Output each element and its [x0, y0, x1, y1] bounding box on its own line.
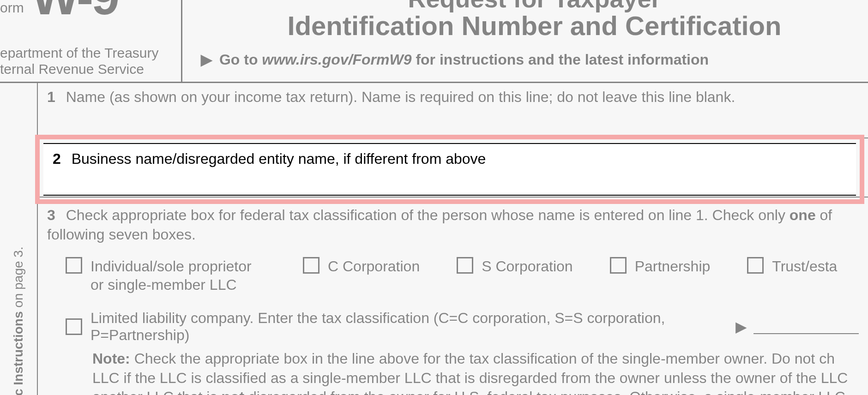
checkbox-llc-label: Limited liability company. Enter the tax… — [90, 310, 734, 344]
checkbox-individual[interactable]: Individual/sole proprietor or single-mem… — [66, 257, 266, 294]
line-3-text-a: Check appropriate box for federal tax cl… — [66, 207, 790, 223]
checkbox-icon[interactable] — [303, 257, 319, 274]
checkbox-trust-label: Trust/esta — [772, 257, 837, 275]
line-3-number: 3 — [47, 207, 55, 223]
department-block: epartment of the Treasury ternal Revenue… — [0, 45, 176, 77]
sidebar-instr-rest: on page 3. — [11, 246, 25, 311]
checkbox-partnership-label: Partnership — [635, 257, 711, 275]
form-body: Print or type. fic Instructions on page … — [0, 83, 868, 395]
line-3-instruction: 3 Check appropriate box for federal tax … — [47, 206, 859, 244]
goto-prefix: Go to — [219, 51, 258, 68]
checkbox-icon[interactable] — [610, 257, 627, 274]
checkbox-c-corp[interactable]: C Corporation — [303, 257, 420, 275]
goto-line: ▶ Go to www.irs.gov/FormW9 for instructi… — [201, 51, 868, 68]
dept-line-1: epartment of the Treasury — [0, 45, 176, 61]
fields-area: 1 Name (as shown on your income tax retu… — [38, 83, 868, 395]
note-label: Note: — [92, 350, 130, 367]
checkbox-s-corp-label: S Corporation — [482, 257, 573, 275]
line-1[interactable]: 1 Name (as shown on your income tax retu… — [38, 83, 868, 138]
checkbox-trust[interactable]: Trust/esta — [747, 257, 837, 275]
w9-form: orm W-9 epartment of the Treasury ternal… — [0, 0, 868, 395]
checkbox-icon[interactable] — [66, 318, 82, 335]
checkbox-icon[interactable] — [66, 257, 82, 274]
form-header: orm W-9 epartment of the Treasury ternal… — [0, 0, 868, 83]
dept-line-2: ternal Revenue Service — [0, 61, 176, 78]
line-1-label: Name (as shown on your income tax return… — [66, 89, 735, 105]
checkbox-individual-label: Individual/sole proprietor or single-mem… — [90, 257, 266, 294]
checkbox-c-corp-label: C Corporation — [328, 257, 420, 275]
header-left: orm W-9 epartment of the Treasury ternal… — [0, 0, 182, 82]
checkbox-partnership[interactable]: Partnership — [610, 257, 711, 275]
form-title-main: Identification Number and Certification — [201, 11, 868, 41]
llc-classification-input[interactable] — [753, 319, 859, 334]
form-code: W-9 — [31, 0, 118, 12]
form-title-top: Request for Taxpayer — [201, 0, 868, 11]
checkbox-icon[interactable] — [457, 257, 473, 274]
llc-note: Note: Check the appropriate box in the l… — [92, 349, 859, 395]
checkbox-s-corp[interactable]: S Corporation — [457, 257, 573, 275]
sidebar-rotated-text: Print or type. fic Instructions on page … — [11, 246, 26, 395]
goto-suffix: for instructions and the latest informat… — [416, 51, 709, 68]
line-1-number: 1 — [47, 89, 55, 105]
note-not: not — [221, 389, 244, 395]
classification-row: Individual/sole proprietor or single-mem… — [66, 257, 859, 294]
form-code-line: orm W-9 — [0, 0, 176, 16]
sidebar-instr-bold: fic Instructions — [11, 311, 25, 395]
line-3-one: one — [790, 207, 816, 223]
right-arrow-icon: ▶ — [735, 318, 747, 335]
form-word: orm — [0, 0, 24, 15]
line-2-placeholder — [38, 138, 868, 198]
sidebar: Print or type. fic Instructions on page … — [0, 83, 38, 395]
right-arrow-icon: ▶ — [201, 51, 212, 68]
goto-url: www.irs.gov/FormW9 — [262, 51, 411, 68]
checkbox-icon[interactable] — [747, 257, 764, 274]
line-3: 3 Check appropriate box for federal tax … — [38, 198, 868, 395]
checkbox-llc-row[interactable]: Limited liability company. Enter the tax… — [66, 310, 859, 344]
header-right: Request for Taxpayer Identification Numb… — [182, 0, 868, 82]
